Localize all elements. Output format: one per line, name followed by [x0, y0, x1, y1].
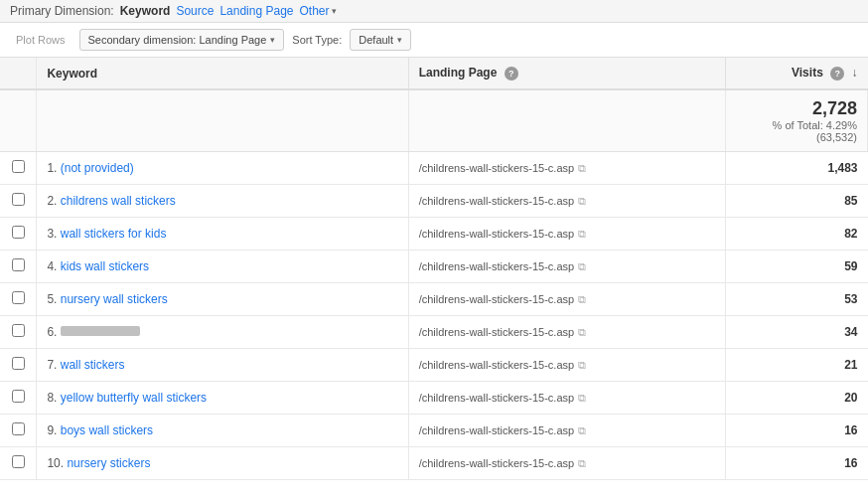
- data-table: Keyword Landing Page ? Visits ? ↓ 2,728 …: [0, 58, 868, 480]
- landing-page-cell: /childrens-wall-stickers-15-c.asp⧉: [408, 283, 725, 316]
- row-checkbox-cell: [0, 251, 37, 283]
- landing-page-cell: /childrens-wall-stickers-15-c.asp⧉: [408, 185, 725, 218]
- row-number: 1.: [47, 161, 60, 175]
- row-checkbox[interactable]: [12, 193, 25, 206]
- keyword-cell: 3. wall stickers for kids: [37, 218, 408, 251]
- secondary-dimension-button[interactable]: Secondary dimension: Landing Page ▾: [79, 29, 285, 51]
- row-number: 7.: [47, 358, 60, 372]
- landing-page-value[interactable]: /childrens-wall-stickers-15-c.asp: [419, 293, 575, 305]
- visits-cell: 85: [725, 185, 867, 218]
- landing-page-cell: /childrens-wall-stickers-15-c.asp⧉: [408, 218, 725, 251]
- landing-page-external-icon[interactable]: ⧉: [578, 195, 586, 208]
- other-chevron-icon: ▾: [332, 6, 337, 16]
- landing-page-cell: /childrens-wall-stickers-15-c.asp⧉: [408, 415, 725, 447]
- sort-type-value: Default: [359, 34, 393, 46]
- visits-sort-icon[interactable]: ↓: [852, 66, 858, 80]
- dim-other[interactable]: Other ▾: [300, 4, 337, 18]
- row-checkbox[interactable]: [12, 455, 25, 468]
- landing-page-cell: /childrens-wall-stickers-15-c.asp⧉: [408, 349, 725, 382]
- header-visits: Visits ? ↓: [725, 58, 867, 89]
- sort-type-button[interactable]: Default ▾: [350, 29, 411, 51]
- row-checkbox-cell: [0, 152, 37, 185]
- row-number: 6.: [47, 325, 60, 339]
- keyword-link[interactable]: boys wall stickers: [61, 423, 153, 437]
- secondary-dim-label: Secondary dimension: Landing Page: [88, 34, 267, 46]
- header-landing-page: Landing Page ?: [408, 58, 725, 89]
- keyword-link[interactable]: kids wall stickers: [61, 259, 149, 273]
- row-checkbox-cell: [0, 218, 37, 251]
- landing-page-external-icon[interactable]: ⧉: [578, 457, 586, 470]
- keyword-cell: 7. wall stickers: [37, 349, 408, 382]
- landing-page-cell: /childrens-wall-stickers-15-c.asp⧉: [408, 447, 725, 480]
- table-row: 5. nursery wall stickers/childrens-wall-…: [0, 283, 868, 316]
- row-checkbox-cell: [0, 316, 37, 349]
- keyword-link[interactable]: (not provided): [61, 161, 134, 175]
- row-checkbox[interactable]: [12, 291, 25, 304]
- row-checkbox[interactable]: [12, 258, 25, 271]
- row-checkbox-cell: [0, 415, 37, 447]
- row-checkbox-cell: [0, 447, 37, 480]
- landing-page-value[interactable]: /childrens-wall-stickers-15-c.asp: [419, 392, 575, 404]
- landing-page-value[interactable]: /childrens-wall-stickers-15-c.asp: [419, 260, 575, 272]
- landing-page-value[interactable]: /childrens-wall-stickers-15-c.asp: [419, 359, 575, 371]
- keyword-link[interactable]: wall stickers for kids: [61, 227, 167, 241]
- landing-page-external-icon[interactable]: ⧉: [578, 392, 586, 405]
- row-checkbox[interactable]: [12, 160, 25, 173]
- row-checkbox-cell: [0, 185, 37, 218]
- keyword-cell: 10. nursery stickers: [37, 447, 408, 480]
- header-keyword: Keyword: [37, 58, 408, 89]
- row-checkbox-cell: [0, 349, 37, 382]
- row-checkbox-cell: [0, 382, 37, 415]
- table-row: 2. childrens wall stickers/childrens-wal…: [0, 185, 868, 218]
- landing-page-value[interactable]: /childrens-wall-stickers-15-c.asp: [419, 326, 575, 338]
- visits-cell: 21: [725, 349, 867, 382]
- keyword-link[interactable]: nursery stickers: [67, 456, 150, 470]
- row-number: 10.: [47, 456, 67, 470]
- summary-row: 2,728 % of Total: 4.29% (63,532): [0, 89, 868, 152]
- landing-page-cell: /childrens-wall-stickers-15-c.asp⧉: [408, 382, 725, 415]
- secondary-dim-chevron-icon: ▾: [270, 35, 275, 45]
- landing-page-value[interactable]: /childrens-wall-stickers-15-c.asp: [419, 424, 575, 436]
- landing-page-value[interactable]: /childrens-wall-stickers-15-c.asp: [419, 162, 575, 174]
- landing-page-external-icon[interactable]: ⧉: [578, 359, 586, 372]
- row-checkbox[interactable]: [12, 357, 25, 370]
- landing-page-cell: /childrens-wall-stickers-15-c.asp⧉: [408, 152, 725, 185]
- landing-page-external-icon[interactable]: ⧉: [578, 326, 586, 339]
- redacted-keyword: [61, 326, 140, 336]
- sort-type-chevron-icon: ▾: [397, 35, 402, 45]
- summary-percent: % of Total: 4.29% (63,532): [736, 119, 857, 143]
- plot-rows-button[interactable]: Plot Rows: [10, 31, 72, 49]
- landing-page-value[interactable]: /childrens-wall-stickers-15-c.asp: [419, 457, 575, 469]
- landing-page-help-icon[interactable]: ?: [505, 67, 518, 81]
- dim-keyword[interactable]: Keyword: [120, 4, 171, 18]
- row-checkbox-cell: [0, 283, 37, 316]
- dim-source[interactable]: Source: [176, 4, 214, 18]
- landing-page-cell: /childrens-wall-stickers-15-c.asp⧉: [408, 316, 725, 349]
- keyword-link[interactable]: childrens wall stickers: [61, 194, 176, 208]
- landing-page-external-icon[interactable]: ⧉: [578, 424, 586, 437]
- keyword-cell: 9. boys wall stickers: [37, 415, 408, 447]
- landing-page-external-icon[interactable]: ⧉: [578, 228, 586, 241]
- row-checkbox[interactable]: [12, 390, 25, 403]
- table-row: 7. wall stickers/childrens-wall-stickers…: [0, 349, 868, 382]
- header-checkbox: [0, 58, 37, 89]
- sort-type-label: Sort Type:: [292, 34, 342, 46]
- keyword-link[interactable]: nursery wall stickers: [61, 292, 168, 306]
- row-checkbox[interactable]: [12, 226, 25, 239]
- landing-page-external-icon[interactable]: ⧉: [578, 293, 586, 306]
- keyword-link[interactable]: wall stickers: [61, 358, 125, 372]
- table-row: 9. boys wall stickers/childrens-wall-sti…: [0, 415, 868, 447]
- landing-page-external-icon[interactable]: ⧉: [578, 260, 586, 273]
- visits-help-icon[interactable]: ?: [830, 67, 844, 81]
- landing-page-value[interactable]: /childrens-wall-stickers-15-c.asp: [419, 195, 575, 207]
- row-checkbox[interactable]: [12, 422, 25, 435]
- primary-dim-label: Primary Dimension:: [10, 4, 114, 18]
- landing-page-value[interactable]: /childrens-wall-stickers-15-c.asp: [419, 228, 575, 240]
- dim-landing-page[interactable]: Landing Page: [219, 4, 293, 18]
- landing-page-external-icon[interactable]: ⧉: [578, 162, 586, 175]
- row-checkbox[interactable]: [12, 324, 25, 337]
- keyword-cell: 6.: [37, 316, 408, 349]
- keyword-link[interactable]: yellow butterfly wall stickers: [61, 391, 207, 405]
- row-number: 9.: [47, 423, 60, 437]
- table-row: 3. wall stickers for kids/childrens-wall…: [0, 218, 868, 251]
